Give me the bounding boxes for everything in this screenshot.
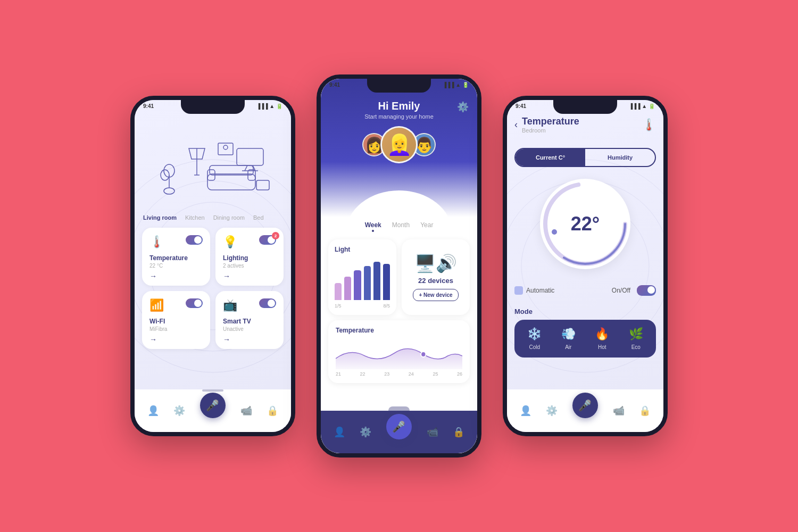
date-end: 8/5 (383, 303, 390, 309)
settings-icon[interactable]: ⚙️ (457, 101, 469, 113)
back-button[interactable]: ‹ (514, 119, 518, 130)
temp-wave-chart (336, 337, 462, 369)
eco-icon: 🌿 (629, 327, 643, 341)
period-year[interactable]: Year (420, 221, 433, 232)
tv-card-title: Smart TV (223, 318, 276, 325)
phone2-body: Week Month Year Light (321, 221, 477, 383)
lighting-card: 💡 2 Lighting 2 actives → (215, 228, 284, 286)
nav2-mic-button[interactable]: 🎤 (386, 414, 412, 439)
air-icon: 💨 (561, 327, 576, 341)
phone3-sub: Bedroom (522, 127, 579, 134)
nav-settings-icon[interactable]: ⚙️ (173, 405, 185, 417)
light-badge: 2 (272, 232, 279, 239)
auto-row: Automatic On/Off (514, 285, 656, 296)
toggle-wrap-tv[interactable] (259, 298, 276, 308)
date-21: 21 (336, 371, 341, 377)
toggle-wrap[interactable] (186, 235, 203, 245)
temp-gauge: 22° (540, 179, 630, 269)
svg-rect-14 (237, 148, 263, 165)
temp-card-arrow[interactable]: → (149, 272, 203, 280)
phone3-content: ‹ Temperature Bedroom 🌡️ Current C° Humi… (507, 100, 663, 432)
greeting-sub: Start managing your home (364, 113, 434, 120)
mode-cold[interactable]: ❄️ Cold (519, 327, 551, 350)
nav2-profile-icon[interactable]: 👤 (334, 426, 345, 438)
temp-toggle[interactable] (186, 235, 203, 245)
cold-icon: ❄️ (527, 327, 542, 341)
phone3-title: Temperature (522, 116, 579, 127)
tab-humidity[interactable]: Humidity (585, 149, 655, 166)
period-week[interactable]: Week (365, 221, 381, 232)
phone2-status-icons: ▐▐▐ ▲ 🔋 (443, 82, 469, 88)
nav-mic-button[interactable]: 🎤 (200, 393, 226, 418)
nav2-lock-icon[interactable]: 🔒 (453, 426, 464, 438)
cold-label: Cold (529, 344, 540, 350)
date-23: 23 (384, 371, 389, 377)
bar-1 (335, 283, 342, 300)
date-26: 26 (457, 371, 462, 377)
phone3-time: 9:41 (516, 103, 526, 109)
light-chart-label: Light (335, 246, 390, 253)
temp-chart-card: Temperature (328, 320, 470, 383)
header-avatars: 👩 👱‍♀️ 👨 (362, 126, 436, 163)
thermometer-icon: 🌡️ (642, 118, 656, 132)
room-tabs[interactable]: Living room Kitchen Dining room Bed (143, 214, 282, 221)
temp-tab-toggle[interactable]: Current C° Humidity (514, 148, 656, 167)
avatar-center[interactable]: 👱‍♀️ (380, 126, 418, 163)
nav-lock-icon[interactable]: 🔒 (267, 405, 278, 417)
new-device-button[interactable]: + New device (413, 289, 458, 301)
date-24: 24 (409, 371, 414, 377)
nav3-camera-icon[interactable]: 📹 (613, 405, 625, 417)
tv-toggle[interactable] (259, 298, 276, 308)
nav-profile-icon[interactable]: 👤 (147, 405, 159, 417)
tab-dining-room[interactable]: Dining room (213, 214, 245, 221)
nav-camera-icon[interactable]: 📹 (240, 405, 252, 417)
phone2: 9:41 ▐▐▐ ▲ 🔋 ⚙️ Hi Emily Start managing … (317, 74, 481, 458)
mode-eco[interactable]: 🌿 Eco (620, 327, 652, 350)
phone3: 9:41 ▐▐▐ ▲ 🔋 ‹ Temperature Bedroom 🌡️ Cu… (503, 96, 668, 436)
nav3-lock-icon[interactable]: 🔒 (639, 405, 651, 417)
mode-section: Mode ❄️ Cold 💨 Air 🔥 Hot 🌿 Eco (514, 307, 656, 358)
device-cards: 🌡️ Temperature 22 °C → 💡 2 (142, 228, 284, 349)
mode-grid: ❄️ Cold 💨 Air 🔥 Hot 🌿 Eco (514, 320, 656, 358)
onoff-toggle[interactable] (637, 285, 656, 296)
mode-title: Mode (514, 307, 656, 315)
svg-point-27 (552, 229, 557, 235)
nav2-camera-icon[interactable]: 📹 (427, 426, 438, 438)
phone3-bottom-nav: 👤 ⚙️ 🎤 📹 🔒 (507, 389, 663, 432)
tab-living-room[interactable]: Living room (143, 214, 177, 221)
mode-air[interactable]: 💨 Air (553, 327, 585, 350)
nav3-profile-icon[interactable]: 👤 (520, 405, 531, 417)
svg-point-3 (164, 188, 174, 194)
tab-bed[interactable]: Bed (253, 214, 264, 221)
nav3-mic-button[interactable]: 🎤 (572, 393, 598, 418)
period-tabs[interactable]: Week Month Year (328, 221, 470, 232)
phone3-title-area: Temperature Bedroom (522, 116, 579, 134)
mode-hot[interactable]: 🔥 Hot (586, 327, 618, 350)
card-icon-row: 🌡️ (149, 235, 203, 249)
temp-card-title: Temperature (149, 254, 203, 262)
avatar-person-center: 👱‍♀️ (382, 128, 416, 162)
wifi-toggle[interactable] (186, 298, 203, 308)
toggle-wrap-wifi[interactable] (186, 298, 203, 308)
wifi-card-sub: MiFibra (149, 326, 203, 332)
tv-icon: 📺 (223, 298, 237, 312)
wifi-card-arrow[interactable]: → (149, 335, 203, 344)
tab-kitchen[interactable]: Kitchen (185, 214, 205, 221)
tv-card-arrow[interactable]: → (223, 335, 276, 344)
nav2-settings-icon[interactable]: ⚙️ (360, 426, 371, 438)
phone3-status-icons: ▐▐▐ ▲ 🔋 (629, 103, 655, 109)
temp-chart-label: Temperature (336, 327, 462, 334)
period-month[interactable]: Month (392, 221, 410, 232)
dashboard-cards: Light 1/5 8/5 🖥 (328, 239, 470, 315)
svg-rect-20 (256, 180, 269, 190)
light-card-sub: 2 actives (223, 263, 276, 269)
light-bar-chart (335, 257, 390, 300)
toggle-wrap-light[interactable]: 2 (259, 235, 276, 245)
light-card-arrow[interactable]: → (223, 272, 276, 280)
chart-dates: 1/5 8/5 (335, 303, 390, 309)
date-22: 22 (360, 371, 365, 377)
nav3-settings-icon[interactable]: ⚙️ (546, 405, 558, 417)
light-icon: 💡 (223, 235, 237, 249)
tab-current-temp[interactable]: Current C° (516, 149, 585, 166)
phone1-status-icons: ▐▐▐ ▲ 🔋 (256, 103, 282, 109)
